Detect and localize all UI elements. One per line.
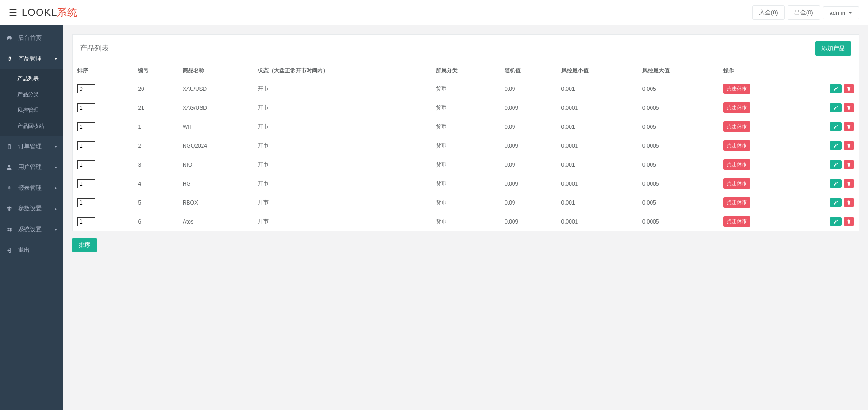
close-market-button[interactable]: 点击休市 [723, 159, 750, 170]
delete-button[interactable] [844, 198, 854, 207]
sort-input[interactable] [77, 103, 95, 112]
table-row: 5RBOX开市货币0.090.0010.005点击休市 [73, 193, 859, 212]
sidebar-sub-item-1-2[interactable]: 风控管理 [0, 102, 63, 118]
delete-button[interactable] [844, 141, 854, 150]
cell-max: 0.0005 [638, 136, 719, 155]
chevron-right-icon: ▾ [55, 56, 57, 61]
sidebar-item-0[interactable]: 后台首页 [0, 28, 63, 48]
logout-icon [6, 247, 14, 253]
layers-icon [6, 206, 14, 212]
sidebar-sub-item-1-0[interactable]: 产品列表 [0, 71, 63, 87]
cell-status: 开市 [253, 79, 431, 98]
delete-button[interactable] [844, 179, 854, 188]
dashboard-icon [6, 35, 14, 41]
col-header-3: 状态（大盘正常开市时间内） [253, 62, 431, 79]
cell-category: 货币 [431, 79, 500, 98]
chevron-right-icon: ▸ [55, 206, 57, 211]
delete-button[interactable] [844, 217, 854, 226]
cell-name: XAG/USD [178, 98, 253, 117]
cell-status: 开市 [253, 117, 431, 136]
cell-random: 0.009 [500, 98, 557, 117]
cell-status: 开市 [253, 155, 431, 174]
cell-min: 0.0001 [557, 174, 638, 193]
close-market-button[interactable]: 点击休市 [723, 197, 750, 208]
cell-id: 6 [133, 212, 178, 231]
delete-button[interactable] [844, 122, 854, 131]
close-market-button[interactable]: 点击休市 [723, 140, 750, 151]
product-table: 排序编号商品名称状态（大盘正常开市时间内）所属分类随机值风控最小值风控最大值操作… [73, 62, 859, 231]
close-market-button[interactable]: 点击休市 [723, 121, 750, 132]
close-market-button[interactable]: 点击休市 [723, 102, 750, 113]
sidebar-item-7[interactable]: 退出 [0, 240, 63, 261]
cell-max: 0.005 [638, 193, 719, 212]
sidebar-item-5[interactable]: 参数设置▸ [0, 198, 63, 219]
edit-button[interactable] [830, 198, 842, 207]
sort-input[interactable] [77, 160, 95, 169]
cell-min: 0.001 [557, 79, 638, 98]
sidebar-item-1[interactable]: 产品管理▾ [0, 48, 63, 69]
edit-button[interactable] [830, 103, 842, 112]
delete-button[interactable] [844, 160, 854, 169]
sidebar-item-label: 退出 [18, 246, 30, 254]
add-product-button[interactable]: 添加产品 [815, 41, 851, 56]
sort-input[interactable] [77, 141, 95, 150]
cell-name: HG [178, 174, 253, 193]
bitcoin-icon [6, 56, 14, 62]
close-market-button[interactable]: 点击休市 [723, 216, 750, 227]
edit-button[interactable] [830, 84, 842, 93]
withdraw-button[interactable]: 出金(0) [788, 5, 820, 20]
chevron-right-icon: ▸ [55, 186, 57, 190]
col-header-5: 随机值 [500, 62, 557, 79]
user-menu-button[interactable]: admin [823, 6, 859, 19]
sidebar-sub-item-1-3[interactable]: 产品回收站 [0, 118, 63, 134]
col-header-6: 风控最小值 [557, 62, 638, 79]
sidebar-item-6[interactable]: 系统设置▸ [0, 219, 63, 240]
sidebar: 后台首页产品管理▾产品列表产品分类风控管理产品回收站订单管理▸用户管理▸报表管理… [0, 25, 63, 410]
cell-max: 0.005 [638, 155, 719, 174]
cell-id: 5 [133, 193, 178, 212]
edit-button[interactable] [830, 179, 842, 188]
menu-toggle-icon[interactable]: ☰ [9, 7, 17, 18]
sort-input[interactable] [77, 122, 95, 131]
delete-button[interactable] [844, 84, 854, 93]
trash-icon [846, 124, 851, 129]
close-market-button[interactable]: 点击休市 [723, 178, 750, 189]
cell-min: 0.001 [557, 193, 638, 212]
logo-text-2: 系统 [57, 7, 78, 18]
trash-icon [846, 143, 851, 148]
edit-button[interactable] [830, 217, 842, 226]
yen-icon [6, 185, 14, 191]
trash-icon [846, 200, 851, 205]
sidebar-item-2[interactable]: 订单管理▸ [0, 136, 63, 157]
sidebar-item-4[interactable]: 报表管理▸ [0, 177, 63, 198]
cell-id: 4 [133, 174, 178, 193]
sidebar-item-label: 后台首页 [18, 34, 42, 42]
sort-input[interactable] [77, 217, 95, 226]
sidebar-item-3[interactable]: 用户管理▸ [0, 157, 63, 177]
cell-max: 0.005 [638, 117, 719, 136]
pencil-icon [833, 124, 838, 129]
edit-button[interactable] [830, 122, 842, 131]
sidebar-item-label: 用户管理 [18, 163, 42, 171]
cell-status: 开市 [253, 212, 431, 231]
pencil-icon [833, 181, 838, 186]
logo-text-1: LOOKL [22, 7, 57, 18]
edit-button[interactable] [830, 141, 842, 150]
sort-input[interactable] [77, 198, 95, 207]
cell-name: NIO [178, 155, 253, 174]
sidebar-sub-item-1-1[interactable]: 产品分类 [0, 87, 63, 102]
cell-name: Atos [178, 212, 253, 231]
deposit-button[interactable]: 入金(0) [752, 5, 785, 20]
sort-input[interactable] [77, 179, 95, 188]
cell-id: 21 [133, 98, 178, 117]
close-market-button[interactable]: 点击休市 [723, 84, 750, 94]
cell-max: 0.0005 [638, 212, 719, 231]
cell-min: 0.0001 [557, 212, 638, 231]
edit-button[interactable] [830, 160, 842, 169]
delete-button[interactable] [844, 103, 854, 112]
cell-random: 0.009 [500, 136, 557, 155]
sort-button[interactable]: 排序 [72, 238, 97, 252]
trash-icon [846, 162, 851, 167]
chevron-right-icon: ▸ [55, 144, 57, 149]
sort-input[interactable] [77, 84, 95, 93]
